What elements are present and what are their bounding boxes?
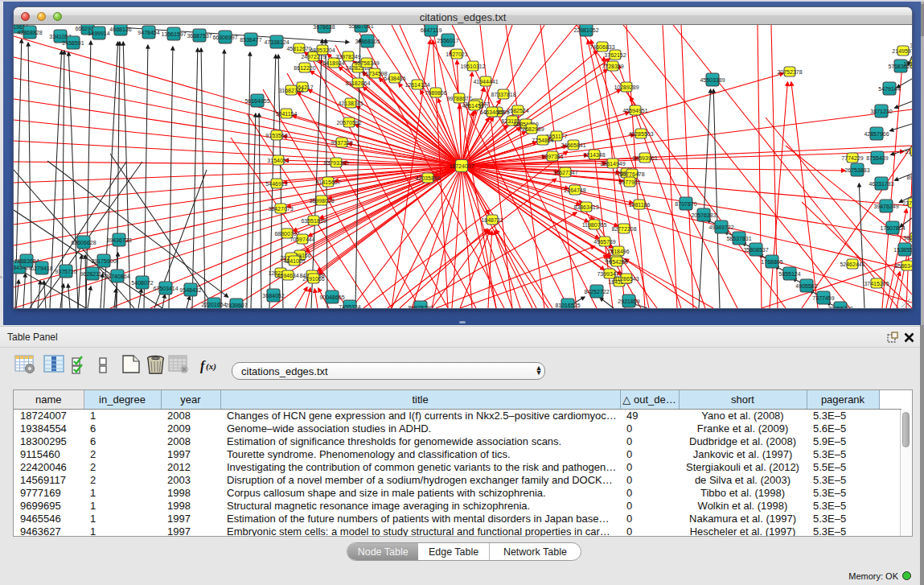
- svg-text:4694634: 4694634: [277, 273, 298, 278]
- svg-text:5130808: 5130808: [905, 149, 912, 154]
- svg-text:6647119: 6647119: [421, 27, 442, 33]
- svg-text:7455324: 7455324: [339, 304, 360, 309]
- svg-text:22981052: 22981052: [573, 27, 598, 33]
- svg-text:55667651: 55667651: [348, 25, 373, 29]
- svg-text:31682744: 31682744: [278, 88, 303, 93]
- svg-text:19121552: 19121552: [903, 61, 912, 67]
- svg-text:5977931: 5977931: [618, 179, 640, 185]
- svg-text:f: f: [200, 359, 206, 373]
- svg-text:84252722: 84252722: [584, 289, 609, 295]
- svg-text:95758349: 95758349: [354, 60, 379, 66]
- svg-text:1527021: 1527021: [446, 51, 467, 57]
- svg-text:81016525: 81016525: [555, 303, 580, 308]
- svg-text:99788677: 99788677: [446, 96, 471, 101]
- svg-text:5446912: 5446912: [265, 181, 287, 187]
- svg-text:74606833: 74606833: [589, 44, 614, 50]
- svg-text:68800797: 68800797: [274, 231, 299, 237]
- svg-text:68353204: 68353204: [310, 47, 335, 53]
- svg-text:26753883: 26753883: [844, 167, 869, 173]
- svg-text:13561597: 13561597: [161, 31, 186, 37]
- svg-text:8707870: 8707870: [675, 201, 696, 207]
- svg-text:42857966: 42857966: [864, 131, 889, 137]
- svg-text:63606628: 63606628: [71, 240, 96, 245]
- svg-text:1848731: 1848731: [481, 217, 503, 223]
- svg-text:41944441: 41944441: [473, 79, 498, 84]
- svg-text:20570592: 20570592: [336, 120, 361, 126]
- svg-text:96282117: 96282117: [80, 271, 105, 277]
- svg-text:8755439: 8755439: [866, 155, 888, 161]
- svg-text:2149597: 2149597: [892, 48, 912, 54]
- svg-text:12614124: 12614124: [405, 82, 429, 88]
- svg-text:7728339: 7728339: [602, 64, 623, 69]
- svg-text:45594951: 45594951: [622, 108, 647, 113]
- svg-text:11980765: 11980765: [582, 222, 607, 228]
- svg-text:98231132: 98231132: [904, 235, 912, 241]
- svg-text:45503389: 45503389: [700, 77, 725, 83]
- svg-text:5855124: 5855124: [778, 271, 800, 277]
- svg-text:1981186: 1981186: [629, 202, 651, 208]
- svg-text:4905582: 4905582: [795, 283, 817, 289]
- svg-text:37415205: 37415205: [864, 281, 889, 286]
- svg-text:7818496: 7818496: [607, 249, 629, 254]
- svg-text:5041154: 5041154: [276, 111, 298, 117]
- svg-text:33978249: 33978249: [335, 54, 360, 60]
- svg-text:4841005: 4841005: [283, 258, 305, 264]
- svg-text:2375453: 2375453: [902, 200, 912, 206]
- svg-text:39436733: 39436733: [106, 237, 131, 243]
- svg-text:17507864: 17507864: [880, 225, 905, 231]
- svg-text:82772208: 82772208: [611, 226, 636, 232]
- svg-text:(x): (x): [206, 361, 216, 372]
- svg-text:84593961: 84593961: [632, 155, 657, 161]
- svg-text:45812670: 45812670: [286, 46, 311, 51]
- svg-text:6279418: 6279418: [31, 266, 52, 271]
- svg-text:67503414: 67503414: [153, 286, 178, 291]
- svg-text:5479144: 5479144: [878, 86, 900, 92]
- svg-text:3684052: 3684052: [262, 293, 284, 299]
- svg-text:20576383: 20576383: [691, 212, 716, 218]
- svg-text:3871230: 3871230: [870, 109, 892, 114]
- svg-text:39476249: 39476249: [873, 204, 898, 209]
- svg-text:10289289: 10289289: [614, 84, 639, 90]
- svg-text:42035886: 42035886: [415, 175, 440, 181]
- svg-text:83863413: 83863413: [573, 204, 598, 210]
- svg-text:46231783: 46231783: [869, 181, 893, 187]
- svg-text:36687537: 36687537: [187, 33, 211, 39]
- svg-text:64634663: 64634663: [479, 109, 504, 115]
- svg-text:72682989: 72682989: [519, 126, 544, 132]
- svg-text:30868105: 30868105: [355, 39, 380, 44]
- svg-text:1499914: 1499914: [88, 31, 109, 36]
- svg-text:35808537: 35808537: [743, 247, 768, 253]
- svg-text:9937326: 9937326: [331, 140, 352, 146]
- svg-text:28814949: 28814949: [600, 161, 625, 167]
- svg-text:85863473: 85863473: [894, 263, 912, 269]
- svg-text:58537831: 58537831: [726, 236, 751, 241]
- svg-text:9375710: 9375710: [55, 269, 76, 274]
- svg-text:81286543: 81286543: [614, 276, 639, 282]
- svg-text:70855700: 70855700: [827, 306, 852, 309]
- svg-text:7377459: 7377459: [812, 295, 834, 301]
- svg-text:7089806: 7089806: [425, 90, 446, 96]
- svg-text:2264748: 2264748: [564, 187, 585, 193]
- svg-text:31831063: 31831063: [910, 43, 912, 48]
- svg-text:18724007: 18724007: [449, 163, 474, 169]
- svg-text:81182864: 81182864: [346, 80, 371, 86]
- svg-text:22201654: 22201654: [201, 302, 226, 307]
- svg-text:48285503: 48285503: [628, 131, 653, 137]
- svg-text:42614537: 42614537: [462, 103, 487, 109]
- svg-text:2582524: 2582524: [507, 108, 528, 113]
- svg-text:1538552: 1538552: [893, 247, 912, 253]
- svg-text:8612220: 8612220: [294, 65, 315, 71]
- svg-text:9548432: 9548432: [179, 287, 201, 293]
- svg-text:7754864: 7754864: [532, 138, 553, 143]
- svg-text:9478454: 9478454: [138, 30, 159, 35]
- svg-text:47338124: 47338124: [264, 39, 289, 45]
- svg-text:56164955: 56164955: [244, 98, 269, 104]
- svg-text:2556017: 2556017: [437, 38, 458, 43]
- svg-text:2191066: 2191066: [302, 276, 324, 282]
- svg-text:89978790: 89978790: [408, 305, 433, 309]
- svg-text:9997381: 9997381: [541, 154, 563, 159]
- svg-text:42868828: 42868828: [17, 30, 42, 35]
- svg-text:4214348: 4214348: [583, 152, 605, 158]
- svg-text:1954280: 1954280: [606, 259, 627, 265]
- svg-text:66306997: 66306997: [212, 35, 237, 40]
